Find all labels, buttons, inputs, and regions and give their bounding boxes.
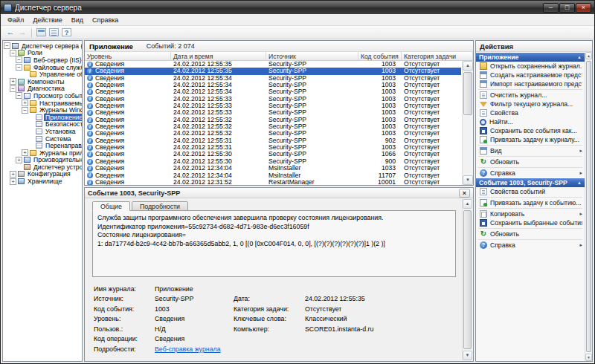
- forward-button[interactable]: →: [16, 27, 28, 38]
- maximize-button[interactable]: □: [559, 3, 575, 13]
- collapse-icon[interactable]: −: [22, 107, 28, 114]
- show-console-tree-icon[interactable]: [36, 28, 46, 36]
- tree-item-file-services[interactable]: −Файловые службы: [3, 64, 82, 71]
- scroll-track[interactable]: [585, 59, 592, 354]
- tree-item-windows-logs[interactable]: −Журналы Windows: [3, 106, 82, 114]
- event-row[interactable]: iСведения24.02.2012 12:55:31Security-SPP…: [85, 144, 461, 151]
- expand-icon[interactable]: +: [10, 78, 16, 85]
- action-import-custom-view[interactable]: Импорт настраиваемого представ...: [476, 79, 585, 88]
- close-preview-icon[interactable]: ×: [459, 189, 470, 198]
- action-view[interactable]: Вид▸: [476, 146, 585, 155]
- action-section-header-application[interactable]: Приложение▲: [476, 52, 585, 62]
- event-row[interactable]: iСведения24.02.2012 12:55:34Security-SPP…: [85, 88, 461, 95]
- action-help[interactable]: ?Справка▸: [476, 169, 585, 178]
- event-row[interactable]: iСведения24.02.2012 12:34:04MsiInstaller…: [85, 165, 461, 172]
- tree-item-app-services-logs[interactable]: +Журналы приложени...: [3, 149, 82, 157]
- column-header-4[interactable]: Категория задачи: [402, 52, 473, 60]
- expand-icon[interactable]: +: [10, 171, 16, 178]
- event-row[interactable]: iСведения24.02.2012 12:31:52RestartManag…: [85, 179, 461, 185]
- event-row[interactable]: iСведения24.02.2012 12:55:30Security-SPP…: [85, 158, 461, 165]
- event-row[interactable]: iСведения24.02.2012 12:55:33Security-SPP…: [85, 103, 461, 109]
- actions-scrollbar[interactable]: ▲ ▼: [585, 52, 592, 361]
- tree-item-security-log[interactable]: Безопасность: [3, 121, 82, 129]
- collapse-icon[interactable]: −: [10, 50, 16, 56]
- column-header-1[interactable]: Дата и время: [171, 52, 266, 60]
- tree-item-roles[interactable]: −Роли: [3, 50, 82, 57]
- preview-scrollbar[interactable]: ▲ ▼: [462, 199, 472, 360]
- action-attach-task-to-log[interactable]: Привязать задачу к журналу...: [476, 135, 585, 144]
- tree-item-share-management[interactable]: Управление общими р...: [3, 71, 82, 78]
- scroll-thumb[interactable]: [586, 61, 591, 352]
- scroll-thumb[interactable]: [463, 210, 472, 349]
- action-open-saved-log[interactable]: Открыть сохраненный журнал...: [476, 62, 585, 71]
- tree-item-web-server-iis[interactable]: −Веб-сервер (IIS): [3, 56, 82, 64]
- action-clear-log[interactable]: Очистить журнал...: [476, 91, 585, 100]
- scroll-down-icon[interactable]: ▼: [585, 354, 592, 361]
- action-event-properties[interactable]: Свойства событий: [476, 187, 585, 196]
- tab-1[interactable]: Подробности: [132, 201, 188, 211]
- event-row[interactable]: iСведения24.02.2012 12:55:32Security-SPP…: [85, 123, 461, 130]
- tree-item-configuration[interactable]: +Конфигурация: [3, 171, 82, 178]
- event-row[interactable]: iСведения24.02.2012 12:55:32Security-SPP…: [85, 117, 461, 123]
- action-refresh-event[interactable]: ↻Обновить: [476, 230, 585, 238]
- tree-item-forwarded-events-log[interactable]: Перенаправленны...: [3, 142, 82, 149]
- scroll-up-icon[interactable]: ▲: [463, 61, 473, 71]
- help-toolbar-icon[interactable]: ?: [62, 28, 71, 36]
- tree-item-application-log[interactable]: Приложение: [3, 114, 82, 121]
- tab-0[interactable]: Общие: [92, 201, 130, 211]
- column-header-3[interactable]: Код события: [358, 52, 402, 60]
- event-row[interactable]: iСведения24.02.2012 12:55:33Security-SPP…: [85, 96, 461, 103]
- tree-item-features[interactable]: +Компоненты: [3, 78, 82, 85]
- menu-item-1[interactable]: Действие: [28, 15, 67, 25]
- action-properties[interactable]: Свойства: [476, 108, 585, 117]
- back-button[interactable]: ←: [4, 27, 16, 38]
- event-row[interactable]: iСведения24.02.2012 12:55:33Security-SPP…: [85, 109, 461, 116]
- collapse-section-icon[interactable]: ▲: [577, 55, 582, 59]
- tree-item-device-manager[interactable]: Диспетчер устройств: [3, 163, 82, 171]
- action-find[interactable]: Найти...: [476, 117, 585, 126]
- tree-item-system-log[interactable]: Система: [3, 135, 82, 143]
- close-button[interactable]: ×: [576, 3, 591, 13]
- collapse-icon[interactable]: −: [16, 64, 22, 71]
- event-row[interactable]: iСведения24.02.2012 12:34:04MsiInstaller…: [85, 172, 461, 179]
- menu-item-0[interactable]: Файл: [3, 15, 28, 25]
- scroll-up-icon[interactable]: ▲: [585, 52, 592, 59]
- action-save-all-events-as[interactable]: Сохранить все события как...: [476, 126, 585, 135]
- scroll-track[interactable]: [463, 209, 472, 351]
- event-row[interactable]: iСведения24.02.2012 12:55:35Security-SPP…: [85, 68, 461, 74]
- event-list-scrollbar[interactable]: ▲ ▼: [462, 61, 473, 185]
- menu-item-2[interactable]: Вид: [67, 15, 88, 25]
- action-save-selected-events[interactable]: Сохранить выбранные события...: [476, 218, 585, 227]
- action-help-event[interactable]: ?Справка▸: [476, 241, 585, 250]
- scroll-down-icon[interactable]: ▼: [463, 175, 473, 185]
- scroll-down-icon[interactable]: ▼: [463, 351, 472, 360]
- event-row[interactable]: iСведения24.02.2012 12:55:31Security-SPP…: [85, 137, 461, 144]
- action-copy[interactable]: Копировать▸: [476, 209, 585, 218]
- minimize-button[interactable]: –: [543, 3, 559, 13]
- event-row[interactable]: iСведения24.02.2012 12:55:35Security-SPP…: [85, 61, 461, 68]
- scroll-track[interactable]: [463, 71, 473, 175]
- collapse-icon[interactable]: −: [4, 42, 10, 49]
- scroll-up-icon[interactable]: ▲: [463, 199, 472, 209]
- expand-icon[interactable]: +: [22, 100, 28, 106]
- event-row[interactable]: iСведения24.02.2012 12:55:34Security-SPP…: [85, 82, 461, 88]
- collapse-icon[interactable]: −: [16, 56, 22, 63]
- menu-item-3[interactable]: Справка: [88, 15, 123, 25]
- collapse-icon[interactable]: −: [16, 92, 22, 99]
- collapse-section-icon[interactable]: ▲: [577, 181, 582, 185]
- action-attach-task-to-event[interactable]: Привязать задачу к событию...: [476, 198, 585, 207]
- expand-icon[interactable]: +: [22, 149, 28, 156]
- event-row[interactable]: iСведения24.02.2012 12:55:30Security-SPP…: [85, 151, 461, 157]
- action-refresh[interactable]: ↻Обновить: [476, 157, 585, 166]
- action-section-header-event-1003[interactable]: Событие 1003, Security-SPP▲: [476, 178, 585, 187]
- action-filter-current-log[interactable]: Фильтр текущего журнала...: [476, 100, 585, 108]
- tree-item-custom-views[interactable]: +Настраиваемые пред...: [3, 100, 82, 107]
- title-bar[interactable]: Диспетчер сервера – □ ×: [1, 1, 594, 14]
- expand-icon[interactable]: +: [16, 157, 22, 163]
- scroll-thumb[interactable]: [463, 72, 472, 115]
- export-list-icon[interactable]: [49, 28, 59, 36]
- column-header-2[interactable]: Источник: [266, 52, 358, 60]
- expand-icon[interactable]: +: [10, 178, 16, 185]
- event-row[interactable]: iСведения24.02.2012 12:55:34Security-SPP…: [85, 75, 461, 82]
- column-header-0[interactable]: Уровень: [85, 52, 171, 60]
